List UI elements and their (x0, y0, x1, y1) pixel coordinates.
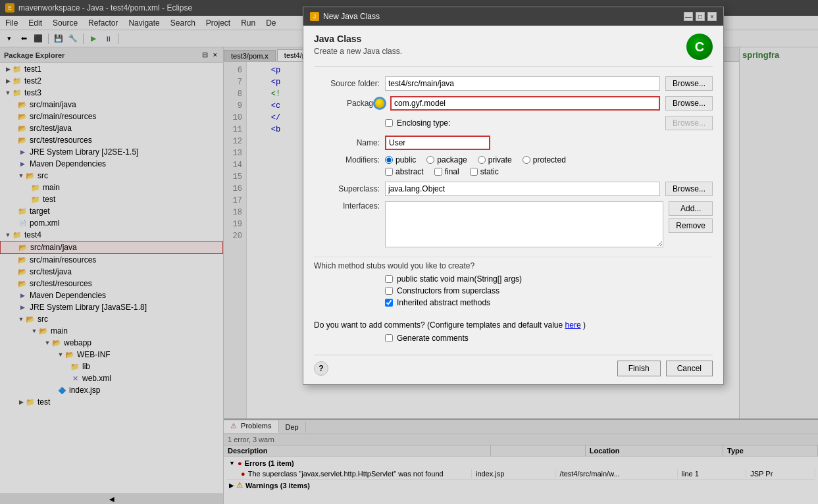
modifier-package-radio[interactable] (426, 156, 434, 164)
finish-button[interactable]: Finish (617, 361, 661, 376)
interfaces-textarea[interactable] (385, 201, 663, 247)
dialog-header-subtitle: Create a new Java class. (314, 47, 402, 56)
modifier-package: package (426, 155, 467, 164)
dialog-title-icon: J (310, 12, 319, 21)
comments-close-paren: ) (583, 320, 586, 330)
modifier-abstract: abstract (385, 167, 424, 176)
modifiers-row-1: public package private (385, 155, 713, 164)
source-folder-label: Source folder: (314, 79, 380, 88)
dialog-minimize-btn[interactable]: — (684, 12, 693, 21)
help-button[interactable]: ? (314, 361, 328, 376)
modifiers-row-2: abstract final static (385, 167, 713, 176)
generate-comments-label: Generate comments (397, 334, 469, 343)
superclass-row: Superclass: Browse... (314, 182, 713, 196)
modifier-protected: protected (523, 155, 566, 164)
modifier-final: final (434, 167, 459, 176)
stub-inherited: Inherited abstract methods (385, 298, 713, 307)
interfaces-remove-btn[interactable]: Remove (669, 218, 713, 233)
stub-inherited-label: Inherited abstract methods (397, 298, 490, 307)
superclass-input[interactable] (385, 182, 660, 196)
stubs-section: Which method stubs would you like to cre… (314, 257, 713, 307)
dialog-overlay: J New Java Class — □ × Java Class Create… (0, 0, 818, 504)
enclosing-type-row: Enclosing type: Browse... (314, 116, 713, 130)
superclass-browse-btn[interactable]: Browse... (665, 182, 713, 196)
new-java-class-dialog: J New Java Class — □ × Java Class Create… (303, 7, 724, 385)
stub-inherited-check[interactable] (385, 299, 393, 307)
stub-constructors-check[interactable] (385, 287, 393, 295)
dialog-form: Source folder: Browse... Package: Browse… (314, 76, 713, 347)
modifier-private-radio[interactable] (478, 156, 486, 164)
package-indicator (373, 97, 386, 110)
help-icon: ? (319, 364, 323, 373)
modifier-private: private (478, 155, 512, 164)
stub-constructors-label: Constructors from superclass (397, 286, 499, 295)
generate-comments-row: Generate comments (385, 334, 713, 343)
name-label: Name: (314, 138, 380, 147)
cancel-button[interactable]: Cancel (666, 361, 713, 376)
package-browse-btn[interactable]: Browse... (665, 96, 713, 111)
modifier-static-label: static (480, 167, 499, 176)
modifier-abstract-check[interactable] (385, 168, 393, 176)
generate-comments-check[interactable] (385, 334, 393, 342)
dialog-eclipse-logo: C (686, 34, 713, 60)
comments-question-row: Do you want to add comments? (Configure … (314, 320, 713, 330)
dialog-titlebar: J New Java Class — □ × (303, 7, 723, 26)
source-folder-row: Source folder: Browse... (314, 76, 713, 91)
stub-constructors: Constructors from superclass (385, 286, 713, 295)
interface-buttons: Add... Remove (669, 201, 713, 233)
modifier-final-check[interactable] (434, 168, 442, 176)
name-row: Name: (314, 136, 713, 150)
name-input[interactable] (385, 136, 490, 150)
dialog-header: Java Class Create a new Java class. C (314, 34, 713, 67)
dialog-title-label: New Java Class (323, 12, 380, 21)
modifier-package-label: package (437, 155, 467, 164)
generate-comments-item: Generate comments (385, 334, 713, 343)
modifier-static: static (470, 167, 499, 176)
source-folder-browse-btn[interactable]: Browse... (665, 76, 713, 91)
stubs-question: Which method stubs would you like to cre… (314, 261, 713, 270)
enclosing-type-label: Enclosing type: (397, 118, 450, 128)
stub-main: public static void main(String[] args) (385, 274, 713, 284)
dialog-title-buttons: — □ × (684, 12, 717, 21)
modifier-protected-radio[interactable] (523, 156, 530, 164)
modifier-public-label: public (396, 155, 416, 164)
comments-link[interactable]: here (565, 320, 581, 330)
dialog-header-text: Java Class Create a new Java class. (314, 34, 402, 56)
enclosing-type-browse-btn[interactable]: Browse... (665, 116, 713, 130)
package-row: Package: Browse... (314, 96, 713, 111)
modifier-abstract-label: abstract (396, 167, 424, 176)
enclosing-type-row-inner: Enclosing type: (385, 118, 660, 128)
modifier-public-radio[interactable] (385, 156, 393, 164)
dialog-header-title: Java Class (314, 34, 402, 44)
interfaces-row: Interfaces: Add... Remove (314, 201, 713, 247)
source-folder-input[interactable] (385, 76, 660, 91)
enclosing-type-checkbox[interactable] (385, 119, 393, 127)
modifier-protected-label: protected (533, 155, 566, 164)
interfaces-add-btn[interactable]: Add... (669, 201, 713, 216)
dialog-footer: ? Finish Cancel (314, 355, 713, 376)
modifier-static-check[interactable] (470, 168, 478, 176)
stub-main-check[interactable] (385, 275, 393, 283)
modifiers-group: public package private (385, 155, 713, 176)
dialog-content: Java Class Create a new Java class. C So… (303, 26, 723, 384)
package-label: Package: (314, 99, 380, 108)
footer-buttons: Finish Cancel (617, 361, 713, 376)
stubs-group: public static void main(String[] args) C… (385, 274, 713, 307)
package-input[interactable] (390, 96, 660, 111)
modifiers-label: Modifiers: (314, 155, 380, 164)
comments-section: Do you want to add comments? (Configure … (314, 320, 713, 343)
dialog-close-btn[interactable]: × (707, 12, 717, 21)
modifiers-row: Modifiers: public package (314, 155, 713, 176)
modifier-final-label: final (445, 167, 459, 176)
modifier-private-label: private (488, 155, 512, 164)
interfaces-label: Interfaces: (314, 201, 380, 211)
modifier-public: public (385, 155, 416, 164)
comments-question-text: Do you want to add comments? (Configure … (314, 320, 563, 330)
dialog-title-text: J New Java Class (310, 12, 380, 21)
dialog-maximize-btn[interactable]: □ (696, 12, 705, 21)
superclass-label: Superclass: (314, 184, 380, 193)
stub-main-label: public static void main(String[] args) (397, 274, 522, 284)
